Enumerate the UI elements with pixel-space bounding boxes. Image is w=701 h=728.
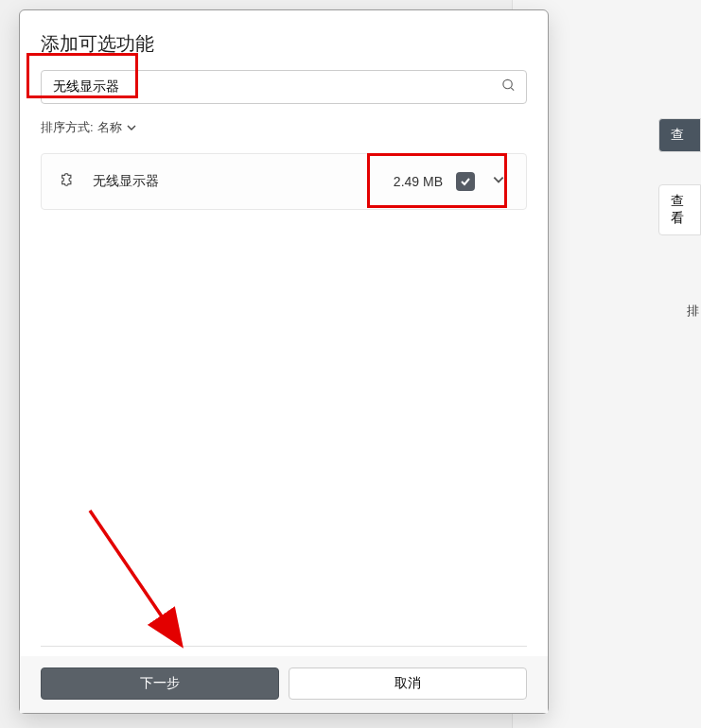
- bg-view-button-2[interactable]: 查看: [658, 184, 701, 235]
- feature-name: 无线显示器: [93, 173, 380, 190]
- feature-checkbox[interactable]: [456, 172, 475, 191]
- sort-label: 排序方式:: [41, 119, 94, 136]
- dialog-title: 添加可选功能: [41, 31, 527, 57]
- bottom-divider: [41, 646, 527, 647]
- search-input[interactable]: [41, 70, 527, 104]
- sort-row: 排序方式: 名称: [41, 119, 527, 136]
- dialog-footer: 下一步 取消: [20, 656, 548, 713]
- bg-view-button-1[interactable]: 查: [658, 118, 701, 152]
- spacer: [41, 210, 527, 646]
- feature-size: 2.49 MB: [394, 174, 443, 189]
- sort-value: 名称: [97, 119, 122, 136]
- chevron-down-icon: [492, 173, 505, 186]
- check-icon: [460, 176, 471, 187]
- next-button[interactable]: 下一步: [41, 667, 279, 700]
- puzzle-piece-icon: [59, 169, 79, 194]
- feature-expand-button[interactable]: [488, 169, 509, 194]
- feature-item[interactable]: 无线显示器 2.49 MB: [41, 153, 527, 210]
- cancel-button[interactable]: 取消: [289, 667, 527, 700]
- sort-dropdown[interactable]: 名称: [97, 119, 137, 136]
- bg-sort-text: 排: [687, 303, 701, 320]
- chevron-down-icon: [126, 122, 137, 133]
- add-optional-features-dialog: 添加可选功能 排序方式: 名称: [19, 9, 549, 714]
- dialog-content: 添加可选功能 排序方式: 名称: [20, 10, 548, 656]
- search-wrapper: [41, 70, 527, 104]
